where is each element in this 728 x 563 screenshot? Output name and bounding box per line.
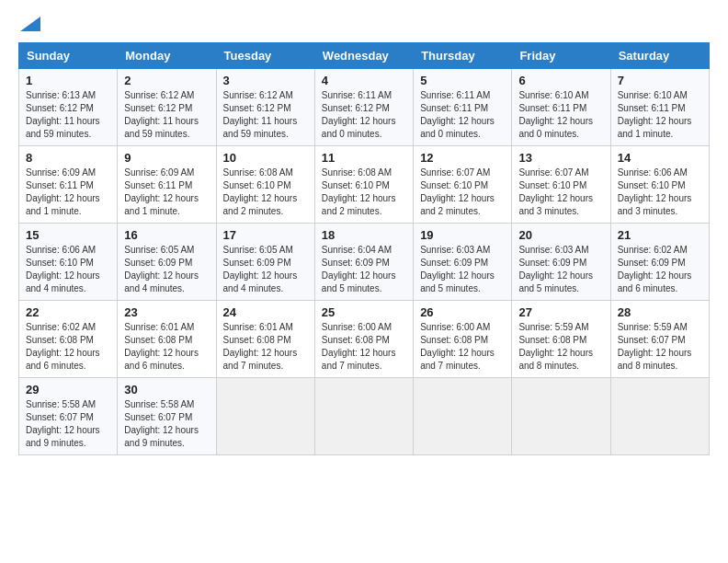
day-number: 20 [518, 228, 603, 242]
day-info: Sunrise: 6:03 AM Sunset: 6:09 PM Dayligh… [518, 244, 603, 295]
logo [18, 15, 40, 33]
day-number: 6 [518, 74, 603, 87]
day-number: 26 [420, 305, 505, 319]
day-info: Sunrise: 6:12 AM Sunset: 6:12 PM Dayligh… [223, 89, 308, 141]
day-number: 2 [124, 74, 209, 87]
day-number: 13 [518, 151, 603, 165]
day-info: Sunrise: 6:13 AM Sunset: 6:12 PM Dayligh… [26, 89, 110, 141]
day-number: 16 [124, 228, 209, 242]
calendar-cell: 6Sunrise: 6:10 AM Sunset: 6:11 PM Daylig… [512, 68, 610, 145]
calendar-cell: 1Sunrise: 6:13 AM Sunset: 6:12 PM Daylig… [19, 68, 118, 145]
logo-icon [20, 17, 40, 31]
day-info: Sunrise: 5:59 AM Sunset: 6:08 PM Dayligh… [518, 321, 603, 373]
calendar-cell: 30Sunrise: 5:58 AM Sunset: 6:07 PM Dayli… [118, 377, 216, 454]
calendar-cell: 24Sunrise: 6:01 AM Sunset: 6:08 PM Dayli… [216, 300, 314, 377]
day-info: Sunrise: 6:11 AM Sunset: 6:12 PM Dayligh… [322, 89, 406, 141]
day-info: Sunrise: 6:01 AM Sunset: 6:08 PM Dayligh… [223, 321, 308, 373]
page-header [18, 15, 710, 33]
calendar-cell: 27Sunrise: 5:59 AM Sunset: 6:08 PM Dayli… [512, 300, 610, 377]
day-info: Sunrise: 6:10 AM Sunset: 6:11 PM Dayligh… [618, 89, 702, 141]
calendar-cell: 26Sunrise: 6:00 AM Sunset: 6:08 PM Dayli… [414, 300, 512, 377]
calendar-cell: 22Sunrise: 6:02 AM Sunset: 6:08 PM Dayli… [19, 300, 118, 377]
header-friday: Friday [512, 42, 610, 68]
day-info: Sunrise: 5:58 AM Sunset: 6:07 PM Dayligh… [26, 398, 110, 450]
day-number: 5 [420, 74, 505, 87]
calendar-cell: 17Sunrise: 6:05 AM Sunset: 6:09 PM Dayli… [216, 223, 314, 300]
day-info: Sunrise: 6:08 AM Sunset: 6:10 PM Dayligh… [322, 167, 406, 218]
calendar-week-row: 8Sunrise: 6:09 AM Sunset: 6:11 PM Daylig… [19, 145, 710, 223]
day-number: 7 [618, 74, 702, 87]
calendar-cell: 5Sunrise: 6:11 AM Sunset: 6:11 PM Daylig… [414, 68, 512, 145]
calendar-cell [414, 377, 512, 454]
day-info: Sunrise: 6:00 AM Sunset: 6:08 PM Dayligh… [322, 321, 406, 373]
day-info: Sunrise: 6:09 AM Sunset: 6:11 PM Dayligh… [124, 167, 209, 218]
calendar-cell: 15Sunrise: 6:06 AM Sunset: 6:10 PM Dayli… [19, 223, 118, 300]
day-number: 17 [223, 228, 308, 242]
day-number: 12 [420, 151, 505, 165]
day-number: 28 [618, 305, 702, 319]
calendar-cell: 19Sunrise: 6:03 AM Sunset: 6:09 PM Dayli… [414, 223, 512, 300]
day-info: Sunrise: 6:07 AM Sunset: 6:10 PM Dayligh… [518, 167, 603, 218]
day-number: 23 [124, 305, 209, 319]
day-info: Sunrise: 6:04 AM Sunset: 6:09 PM Dayligh… [322, 244, 406, 295]
day-info: Sunrise: 5:59 AM Sunset: 6:07 PM Dayligh… [618, 321, 702, 373]
day-info: Sunrise: 6:09 AM Sunset: 6:11 PM Dayligh… [26, 167, 110, 218]
day-info: Sunrise: 6:10 AM Sunset: 6:11 PM Dayligh… [518, 89, 603, 141]
day-number: 22 [26, 305, 110, 319]
svg-marker-0 [20, 17, 40, 31]
day-info: Sunrise: 6:02 AM Sunset: 6:08 PM Dayligh… [26, 321, 110, 373]
calendar-cell: 18Sunrise: 6:04 AM Sunset: 6:09 PM Dayli… [314, 223, 413, 300]
day-number: 30 [124, 383, 209, 396]
calendar-cell: 14Sunrise: 6:06 AM Sunset: 6:10 PM Dayli… [610, 145, 709, 223]
calendar-week-row: 29Sunrise: 5:58 AM Sunset: 6:07 PM Dayli… [19, 377, 710, 454]
calendar-week-row: 1Sunrise: 6:13 AM Sunset: 6:12 PM Daylig… [19, 68, 710, 145]
day-info: Sunrise: 5:58 AM Sunset: 6:07 PM Dayligh… [124, 398, 209, 450]
day-info: Sunrise: 6:00 AM Sunset: 6:08 PM Dayligh… [420, 321, 505, 373]
day-number: 1 [26, 74, 110, 87]
day-info: Sunrise: 6:06 AM Sunset: 6:10 PM Dayligh… [26, 244, 110, 295]
day-number: 29 [26, 383, 110, 396]
day-number: 14 [618, 151, 702, 165]
day-number: 19 [420, 228, 505, 242]
header-tuesday: Tuesday [216, 42, 314, 68]
calendar-cell: 9Sunrise: 6:09 AM Sunset: 6:11 PM Daylig… [118, 145, 216, 223]
calendar-cell: 29Sunrise: 5:58 AM Sunset: 6:07 PM Dayli… [19, 377, 118, 454]
calendar-cell [314, 377, 413, 454]
day-number: 10 [223, 151, 308, 165]
calendar-cell: 12Sunrise: 6:07 AM Sunset: 6:10 PM Dayli… [414, 145, 512, 223]
day-info: Sunrise: 6:02 AM Sunset: 6:09 PM Dayligh… [618, 244, 702, 295]
header-thursday: Thursday [414, 42, 512, 68]
calendar-week-row: 15Sunrise: 6:06 AM Sunset: 6:10 PM Dayli… [19, 223, 710, 300]
day-info: Sunrise: 6:12 AM Sunset: 6:12 PM Dayligh… [124, 89, 209, 141]
day-number: 3 [223, 74, 308, 87]
calendar-cell: 23Sunrise: 6:01 AM Sunset: 6:08 PM Dayli… [118, 300, 216, 377]
calendar-cell [512, 377, 610, 454]
header-wednesday: Wednesday [314, 42, 413, 68]
day-info: Sunrise: 6:08 AM Sunset: 6:10 PM Dayligh… [223, 167, 308, 218]
calendar-cell: 4Sunrise: 6:11 AM Sunset: 6:12 PM Daylig… [314, 68, 413, 145]
day-info: Sunrise: 6:06 AM Sunset: 6:10 PM Dayligh… [618, 167, 702, 218]
day-number: 8 [26, 151, 110, 165]
calendar-cell: 28Sunrise: 5:59 AM Sunset: 6:07 PM Dayli… [610, 300, 709, 377]
header-sunday: Sunday [19, 42, 118, 68]
calendar-cell [216, 377, 314, 454]
day-number: 9 [124, 151, 209, 165]
day-number: 18 [322, 228, 406, 242]
calendar-cell [610, 377, 709, 454]
calendar-week-row: 22Sunrise: 6:02 AM Sunset: 6:08 PM Dayli… [19, 300, 710, 377]
day-number: 27 [518, 305, 603, 319]
day-number: 21 [618, 228, 702, 242]
header-monday: Monday [118, 42, 216, 68]
calendar-cell: 11Sunrise: 6:08 AM Sunset: 6:10 PM Dayli… [314, 145, 413, 223]
day-info: Sunrise: 6:05 AM Sunset: 6:09 PM Dayligh… [124, 244, 209, 295]
day-info: Sunrise: 6:11 AM Sunset: 6:11 PM Dayligh… [420, 89, 505, 141]
day-info: Sunrise: 6:07 AM Sunset: 6:10 PM Dayligh… [420, 167, 505, 218]
calendar-cell: 7Sunrise: 6:10 AM Sunset: 6:11 PM Daylig… [610, 68, 709, 145]
day-info: Sunrise: 6:05 AM Sunset: 6:09 PM Dayligh… [223, 244, 308, 295]
calendar-cell: 20Sunrise: 6:03 AM Sunset: 6:09 PM Dayli… [512, 223, 610, 300]
day-info: Sunrise: 6:01 AM Sunset: 6:08 PM Dayligh… [124, 321, 209, 373]
calendar-table: Sunday Monday Tuesday Wednesday Thursday… [18, 42, 710, 455]
calendar-cell: 2Sunrise: 6:12 AM Sunset: 6:12 PM Daylig… [118, 68, 216, 145]
calendar-cell: 3Sunrise: 6:12 AM Sunset: 6:12 PM Daylig… [216, 68, 314, 145]
day-number: 25 [322, 305, 406, 319]
